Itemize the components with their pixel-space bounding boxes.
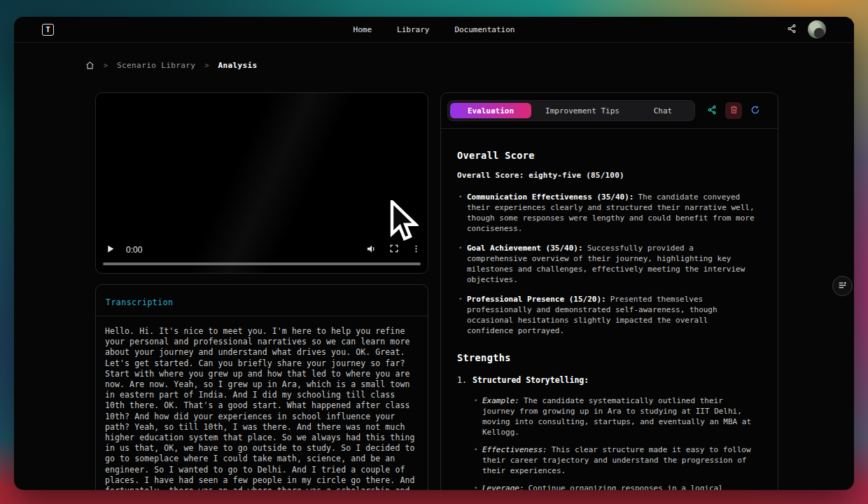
delete-evaluation-button[interactable] [725,102,742,119]
transcription-panel: Transcription Hello. Hi. It's nice to me… [95,284,428,490]
tab-list: Evaluation Improvement Tips Chat [447,100,695,121]
criterion-title: Communication Effectiveness (35/40): [467,192,634,202]
user-avatar[interactable] [808,20,826,38]
kebab-menu-icon [412,244,421,255]
video-progress-bar[interactable] [103,262,421,265]
main-nav: Home Library Documentation [14,17,854,42]
strength-number: 1. [457,375,472,386]
content-area: 0:00 [95,92,778,490]
volume-icon [366,244,377,256]
point-text: The candidate systematically outlined th… [482,396,751,437]
bullet-icon: • [457,192,467,234]
nav-item-documentation[interactable]: Documentation [454,25,514,34]
app-window: T Home Library Documentation [14,17,854,490]
point-label: Example: [482,396,519,405]
criterion-item: • Communication Effectiveness (35/40):Th… [457,192,758,234]
app-logo[interactable]: T [42,24,54,36]
app-logo-letter: T [46,26,50,34]
volume-button[interactable] [366,244,377,256]
strength-item: 1. Structured Storytelling: [457,375,758,386]
bullet-icon: • [457,294,467,336]
criterion-title: Goal Achievement (35/40): [467,244,583,253]
desktop-background: T Home Library Documentation [0,0,868,504]
nav-right-group [787,20,826,38]
breadcrumb-current-analysis: Analysis [218,61,257,70]
transcription-title: Transcription [106,298,174,307]
transcription-text: Hello. Hi. It's nice to meet you. I'm he… [96,316,428,490]
transcription-header: Transcription [96,285,428,316]
share-button[interactable] [787,24,797,36]
top-navbar: T Home Library Documentation [14,17,854,43]
bullet-icon: • [472,444,482,476]
overall-score-value: Overall Score: eighty-five (85/100) [457,171,758,180]
bullet-icon: • [472,396,482,438]
evaluation-content: Overall Score Overall Score: eighty-five… [441,129,778,490]
strength-point: • Example:The candidate systematically o… [472,396,758,438]
strength-title: Structured Storytelling: [472,375,589,386]
bullet-icon: • [457,243,467,285]
panel-actions [704,102,764,119]
share-icon [707,105,717,117]
bullet-icon: • [472,483,482,490]
video-controls: 0:00 [103,239,421,260]
criterion-item: • Professional Presence (15/20):Presente… [457,294,758,336]
refresh-icon [750,105,760,117]
fullscreen-icon [389,244,399,255]
tab-improvement-tips[interactable]: Improvement Tips [531,103,634,118]
strength-points: • Example:The candidate systematically o… [457,396,758,490]
overall-score-heading: Overall Score [457,150,758,161]
breadcrumb-separator: > [104,62,108,69]
breadcrumb-separator: > [204,62,209,69]
side-panel-toggle-button[interactable] [832,276,853,296]
breadcrumb: > Scenario Library > Analysis [14,43,854,70]
video-overflow-menu-button[interactable] [412,244,421,255]
criterion-title: Professional Presence (15/20): [467,295,606,304]
evaluation-panel-header: Evaluation Improvement Tips Chat [441,93,778,129]
nav-item-library[interactable]: Library [397,25,429,34]
home-icon[interactable] [85,61,94,70]
criteria-list: • Communication Effectiveness (35/40):Th… [457,192,758,336]
tab-evaluation[interactable]: Evaluation [450,103,531,118]
list-lines-icon [838,281,847,292]
play-button[interactable] [106,244,115,255]
point-label: Leverage: [482,484,524,490]
trash-icon [729,105,738,116]
play-icon [106,244,115,255]
tab-chat[interactable]: Chat [634,103,692,118]
video-time: 0:00 [126,245,142,255]
nav-item-home[interactable]: Home [354,25,372,34]
breadcrumb-scenario-library[interactable]: Scenario Library [117,61,195,70]
point-label: Effectiveness: [482,445,547,454]
refresh-evaluation-button[interactable] [747,102,764,119]
left-column: 0:00 [95,92,428,490]
fullscreen-button[interactable] [389,244,399,255]
criterion-item: • Goal Achievement (35/40):Successfully … [457,243,758,285]
evaluation-panel: Evaluation Improvement Tips Chat [440,92,778,490]
right-column: Evaluation Improvement Tips Chat [440,92,778,490]
share-icon [787,24,797,36]
strength-point: • Leverage:Continue organizing responses… [472,483,758,490]
share-evaluation-button[interactable] [704,102,720,119]
strength-point: • Effectiveness:This clear structure mad… [472,444,758,476]
video-player[interactable]: 0:00 [95,92,428,274]
strengths-heading: Strengths [457,352,758,363]
